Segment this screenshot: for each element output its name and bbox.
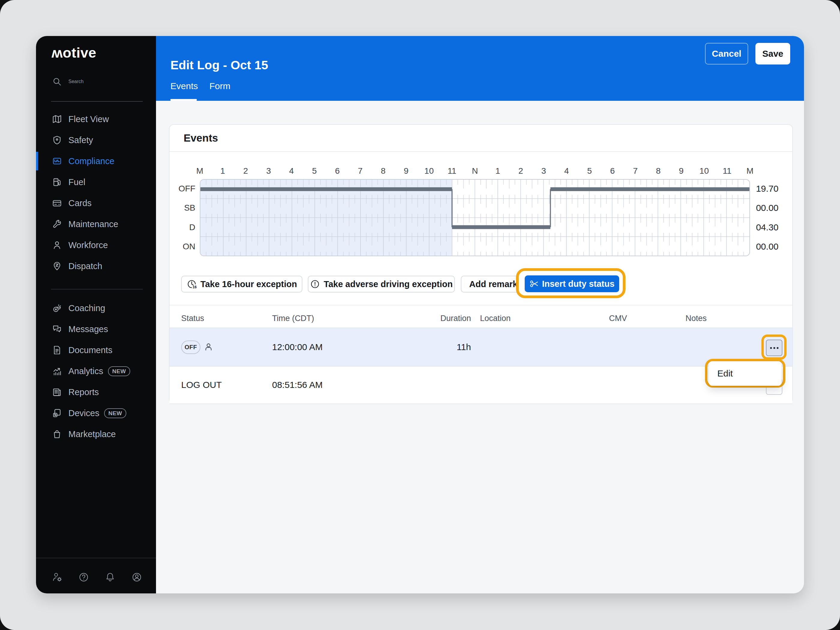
sidebar-nav-primary: Fleet ViewSafetyComplianceFuelCardsMaint… [36, 109, 156, 276]
event-status-text: LOG OUT [181, 380, 222, 390]
search-label: Search [68, 79, 84, 84]
table-bottom-border [169, 404, 792, 404]
sidebar-divider [51, 289, 143, 289]
sidebar-item-dispatch[interactable]: Dispatch [36, 256, 156, 276]
sidebar-item-reports[interactable]: Reports [36, 382, 156, 403]
sidebar-item-cards[interactable]: Cards [36, 193, 156, 213]
events-card: Events M1234567891011N1234567891011M OFF… [169, 124, 793, 404]
row-actions-menu-button[interactable] [766, 339, 782, 356]
hour-label: M [747, 166, 753, 176]
notifications-icon[interactable] [104, 572, 116, 583]
sidebar-item-compliance[interactable]: Compliance [36, 151, 156, 172]
user-settings-icon[interactable] [52, 572, 63, 583]
sidebar-item-label: Safety [68, 135, 93, 145]
sidebar-item-label: Analytics [68, 366, 103, 376]
sidebar-item-label: Cards [68, 198, 92, 208]
hour-label: 1 [221, 166, 225, 176]
add-remark-button[interactable]: Add remark [461, 276, 533, 292]
sidebar-item-devices[interactable]: DevicesNEW [36, 403, 156, 423]
svg-text:16: 16 [193, 285, 197, 289]
devices-icon [52, 408, 62, 418]
insert-duty-status-label: Insert duty status [542, 279, 615, 289]
hour-label: M [196, 166, 203, 176]
person-icon [52, 240, 62, 250]
search-button[interactable]: Search [36, 73, 156, 90]
dispatch-pin-icon [52, 261, 62, 271]
sidebar-item-label: Dispatch [68, 261, 102, 271]
save-button[interactable]: Save [755, 43, 790, 65]
reports-icon [52, 387, 62, 397]
duty-row-label: SB [171, 203, 195, 213]
table-row[interactable]: OFF 12:00:00 AM 11h [169, 328, 792, 366]
sidebar-item-label: Devices [68, 408, 99, 418]
col-header-location: Location [480, 314, 511, 323]
tab-events[interactable]: Events [171, 81, 198, 91]
wrench-icon [52, 219, 62, 229]
col-header-status: Status [181, 314, 204, 323]
main-content: Edit Log - Oct 15 Events Form Cancel Sav… [156, 36, 804, 594]
sidebar-item-safety[interactable]: Safety [36, 129, 156, 151]
sidebar-nav-secondary: CoachingMessagesDocumentsAnalyticsNEWRep… [36, 298, 156, 445]
compliance-icon [52, 156, 62, 166]
person-icon [204, 342, 213, 352]
whistle-icon [52, 303, 62, 313]
hour-label: 7 [633, 166, 638, 176]
chat-icon [52, 324, 62, 334]
hour-label: 5 [312, 166, 317, 176]
sidebar-item-label: Documents [68, 345, 112, 355]
hour-label: 11 [723, 166, 731, 176]
table-row[interactable]: LOG OUT 08:51:56 AM [169, 366, 792, 404]
sidebar-item-analytics[interactable]: AnalyticsNEW [36, 361, 156, 382]
sidebar-item-coaching[interactable]: Coaching [36, 298, 156, 319]
bag-icon [52, 429, 62, 439]
account-icon[interactable] [131, 572, 142, 583]
take-adverse-driving-exception-button[interactable]: Take adverse driving exception [308, 276, 455, 292]
hour-label: 10 [699, 166, 709, 176]
take-16-hour-exception-button[interactable]: 16 Take 16-hour exception [181, 276, 302, 292]
document-icon [52, 345, 62, 355]
event-duration: 11h [411, 342, 471, 352]
page-title: Edit Log - Oct 15 [171, 58, 268, 72]
events-card-title: Events [183, 132, 218, 144]
sidebar-item-label: Compliance [68, 156, 114, 166]
adverse-label: Take adverse driving exception [324, 279, 453, 289]
hour-label: 10 [425, 166, 434, 176]
sidebar-divider [51, 101, 143, 102]
sidebar-item-workforce[interactable]: Workforce [36, 235, 156, 256]
cancel-button[interactable]: Cancel [705, 43, 748, 65]
scissors-icon [529, 279, 539, 289]
help-icon[interactable] [78, 572, 89, 583]
sidebar-item-messages[interactable]: Messages [36, 319, 156, 339]
analytics-icon [52, 366, 62, 376]
edit-log-header: Edit Log - Oct 15 Events Form Cancel Sav… [156, 36, 804, 101]
card-icon [52, 198, 62, 208]
new-badge: NEW [108, 366, 130, 376]
insert-duty-status-button[interactable]: Insert duty status [525, 275, 619, 292]
sidebar-item-label: Maintenance [68, 219, 118, 229]
clock-16-icon: 16 [186, 279, 197, 289]
sidebar-item-maintenance[interactable]: Maintenance [36, 213, 156, 235]
sidebar-item-documents[interactable]: Documents [36, 339, 156, 361]
hour-label: 6 [335, 166, 340, 176]
sidebar-item-fuel[interactable]: Fuel [36, 172, 156, 193]
event-time: 12:00:00 AM [272, 342, 322, 352]
hour-label: 6 [610, 166, 615, 176]
take-16-label: Take 16-hour exception [201, 279, 297, 289]
sidebar-item-fleet-view[interactable]: Fleet View [36, 109, 156, 129]
sidebar-item-label: Fuel [68, 177, 85, 187]
duty-row-label: OFF [171, 184, 195, 194]
active-tab-underline [171, 99, 197, 101]
app-window: ʍotive Search Fleet ViewSafetyCompliance… [36, 36, 804, 594]
sidebar-footer-divider [36, 558, 156, 558]
sidebar-item-marketplace[interactable]: Marketplace [36, 423, 156, 445]
sidebar-item-label: Messages [68, 324, 108, 334]
hour-label: 3 [266, 166, 271, 176]
sidebar-footer [36, 568, 156, 589]
edit-menu-item[interactable]: Edit [709, 361, 782, 386]
col-header-cmv: CMV [609, 314, 627, 323]
col-header-time: Time (CDT) [272, 314, 314, 323]
add-remark-label: Add remark [469, 279, 518, 289]
tab-form[interactable]: Form [209, 81, 231, 91]
map-icon [52, 114, 62, 124]
new-badge: NEW [104, 408, 126, 418]
